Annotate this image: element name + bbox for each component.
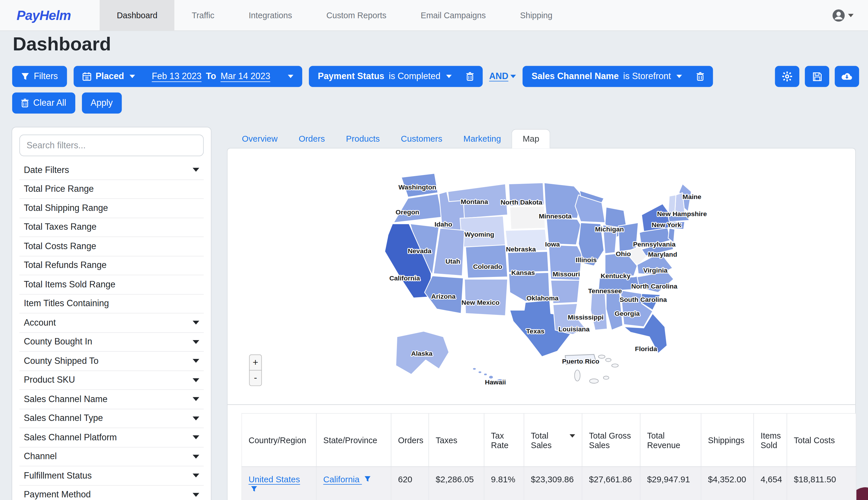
tab-orders[interactable]: Orders <box>288 129 335 148</box>
column-header-total-revenue[interactable]: Total Revenue <box>640 413 701 467</box>
us-choropleth-map: WashingtonOregonIdahoMontanaNorth Dakota… <box>228 148 855 404</box>
filters-button[interactable]: Filters <box>12 66 67 87</box>
and-operator-dropdown[interactable]: AND <box>489 71 516 81</box>
cell-state: California <box>316 467 391 500</box>
state-label-puerto-rico: Puerto Rico <box>562 357 599 365</box>
nav-item-custom-reports[interactable]: Custom Reports <box>309 0 404 31</box>
date-field-label: Placed <box>95 71 124 81</box>
account-menu-caret-icon[interactable] <box>848 14 854 17</box>
chevron-down-icon <box>193 321 199 325</box>
column-header-orders[interactable]: Orders <box>391 413 429 467</box>
state-label-mississippi: Mississippi <box>568 314 604 321</box>
date-to[interactable]: Mar 14 2023 <box>221 71 270 81</box>
state-label-maine: Maine <box>682 193 701 201</box>
column-header-taxes[interactable]: Taxes <box>429 413 484 467</box>
funnel-icon <box>21 72 30 81</box>
sidebar-item-channel[interactable]: Channel <box>20 447 204 466</box>
column-header-total-sales[interactable]: Total Sales <box>524 413 582 467</box>
state-label-idaho: Idaho <box>435 220 452 228</box>
sidebar-item-sales-channel-platform[interactable]: Sales Channel Platform <box>20 428 204 447</box>
date-from[interactable]: Feb 13 2023 <box>152 71 201 81</box>
column-header-country-region[interactable]: Country/Region <box>242 413 316 467</box>
nav-item-integrations[interactable]: Integrations <box>232 0 309 31</box>
state-new-mexico[interactable] <box>464 279 508 316</box>
sidebar-item-total-items-sold-range[interactable]: Total Items Sold Range <box>20 275 204 294</box>
sidebar-item-county-shipped-to[interactable]: County Shipped To <box>20 352 204 371</box>
sort-desc-icon[interactable] <box>569 434 575 437</box>
sidebar-item-county-bought-in[interactable]: County Bought In <box>20 332 204 352</box>
trash-icon[interactable] <box>696 72 704 81</box>
territory-island-shape[interactable] <box>599 355 605 358</box>
sidebar-item-item-titles-containing[interactable]: Item Titles Containing <box>20 294 204 314</box>
save-icon <box>812 72 822 81</box>
sidebar-item-fulfillment-status[interactable]: Fulfillment Status <box>20 466 204 486</box>
column-header-shippings[interactable]: Shippings <box>701 413 754 467</box>
apply-button[interactable]: Apply <box>82 92 121 114</box>
nav-item-traffic[interactable]: Traffic <box>175 0 232 31</box>
sidebar-item-total-refunds-range[interactable]: Total Refunds Range <box>20 256 204 275</box>
sidebar-item-label: Sales Channel Name <box>24 394 107 404</box>
sidebar-item-account[interactable]: Account <box>20 314 204 332</box>
territory-island-shape[interactable] <box>589 379 599 383</box>
chevron-down-icon <box>193 378 199 382</box>
export-download-button[interactable] <box>835 66 859 87</box>
sidebar-item-total-costs-range[interactable]: Total Costs Range <box>20 237 204 256</box>
sidebar-item-total-taxes-range[interactable]: Total Taxes Range <box>20 218 204 237</box>
state-mississippi[interactable] <box>591 292 607 330</box>
hawaii-island-shape[interactable] <box>478 371 482 373</box>
hawaii-island-shape[interactable] <box>473 368 476 370</box>
map-zoom-out-button[interactable]: - <box>249 370 262 386</box>
payhelm-logo[interactable]: PayHelm <box>0 0 100 31</box>
column-header-items-sold[interactable]: Items Sold <box>754 413 787 467</box>
map-zoom-in-button[interactable]: + <box>249 355 262 371</box>
filter-funnel-icon[interactable] <box>364 476 371 482</box>
state-label-louisiana: Louisiana <box>558 325 589 333</box>
trash-icon[interactable] <box>466 72 474 81</box>
column-header-total-gross-sales[interactable]: Total Gross Sales <box>582 413 640 467</box>
state-colorado[interactable] <box>465 245 508 278</box>
nav-item-dashboard[interactable]: Dashboard <box>100 0 175 31</box>
payment-status-filter-chip[interactable]: Payment Status is Completed <box>309 66 482 87</box>
sidebar-item-sales-channel-type[interactable]: Sales Channel Type <box>20 409 204 428</box>
tab-marketing[interactable]: Marketing <box>453 129 512 148</box>
save-report-button[interactable] <box>805 66 829 87</box>
tab-customers[interactable]: Customers <box>390 129 453 148</box>
sidebar-item-date-filters[interactable]: Date Filters <box>20 160 204 180</box>
sidebar-item-total-price-range[interactable]: Total Price Range <box>20 180 204 199</box>
clear-all-button[interactable]: Clear All <box>12 92 75 114</box>
state-label-georgia: Georgia <box>615 310 640 317</box>
date-filter-chip[interactable]: Placed Feb 13 2023 To Mar 14 2023 <box>73 66 302 87</box>
territory-island-shape[interactable] <box>612 364 618 367</box>
column-header-total-costs[interactable]: Total Costs <box>787 413 856 467</box>
chevron-down-icon <box>193 455 199 458</box>
country-link[interactable]: United States <box>248 475 300 484</box>
territory-island-shape[interactable] <box>603 376 609 379</box>
state-label-oregon: Oregon <box>395 208 419 216</box>
sidebar-item-product-sku[interactable]: Product SKU <box>20 371 204 390</box>
account-icon[interactable] <box>832 8 846 23</box>
filter-funnel-icon[interactable] <box>251 486 257 492</box>
territory-island-shape[interactable] <box>606 358 611 362</box>
column-header-state-province[interactable]: State/Province <box>316 413 391 467</box>
state-label-south-carolina: South Carolina <box>620 296 667 303</box>
chevron-down-icon <box>193 168 199 172</box>
sidebar-item-sales-channel-name[interactable]: Sales Channel Name <box>20 390 204 409</box>
sidebar-item-label: Total Refunds Range <box>24 260 106 270</box>
tab-map[interactable]: Map <box>512 129 551 148</box>
state-link[interactable]: California <box>323 475 362 484</box>
sales-channel-filter-chip[interactable]: Sales Channel Name is Storefront <box>523 66 713 87</box>
nav-item-shipping[interactable]: Shipping <box>503 0 569 31</box>
tab-products[interactable]: Products <box>336 129 391 148</box>
nav-item-email-campaigns[interactable]: Email Campaigns <box>404 0 503 31</box>
sidebar-item-total-shipping-range[interactable]: Total Shipping Range <box>20 199 204 218</box>
tab-overview[interactable]: Overview <box>231 129 288 148</box>
search-filters-input[interactable] <box>27 140 197 150</box>
sidebar-item-label: Item Titles Containing <box>24 299 109 308</box>
chevron-down-icon <box>193 416 199 420</box>
territory-island-shape[interactable] <box>575 370 580 381</box>
state-label-north-dakota: North Dakota <box>501 198 542 206</box>
sidebar-item-payment-method[interactable]: Payment Method <box>20 486 204 500</box>
hawaii-island-shape[interactable] <box>484 373 487 376</box>
column-header-tax-rate[interactable]: Tax Rate <box>484 413 524 467</box>
settings-button[interactable] <box>775 66 799 87</box>
